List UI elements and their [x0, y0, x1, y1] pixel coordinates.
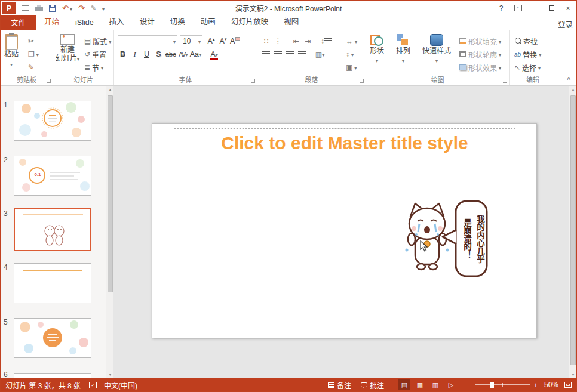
- slide-thumbnail-2[interactable]: 0.1: [14, 156, 91, 196]
- tab-transitions[interactable]: 切换: [162, 13, 193, 30]
- slide-thumbnail-1[interactable]: [14, 101, 91, 141]
- convert-to-smartart-button[interactable]: ▣: [346, 61, 357, 73]
- zoom-slider[interactable]: [475, 384, 530, 385]
- tab-design[interactable]: 设计: [132, 13, 162, 30]
- quick-tool-button[interactable]: ✎: [91, 2, 96, 14]
- quick-styles-button[interactable]: 快速样式: [422, 34, 451, 64]
- font-name-combobox[interactable]: [118, 35, 177, 47]
- slide-sorter-view-button[interactable]: ▦: [414, 379, 426, 390]
- bold-button[interactable]: B: [118, 49, 128, 60]
- editor-scrollbar[interactable]: ▲ ▼: [569, 86, 576, 378]
- strikethrough-button[interactable]: abc: [165, 49, 176, 60]
- bullets-button[interactable]: ∷: [261, 36, 271, 47]
- select-button[interactable]: ↖选择: [514, 61, 541, 73]
- italic-button[interactable]: I: [130, 49, 140, 60]
- reading-view-button[interactable]: ▥: [429, 379, 441, 390]
- decrease-indent-button[interactable]: ⇤: [291, 36, 301, 47]
- scrollbar-thumb[interactable]: [570, 95, 576, 365]
- collapse-ribbon-button[interactable]: ^: [567, 76, 570, 83]
- help-button[interactable]: ?: [493, 1, 510, 16]
- underline-button[interactable]: U: [142, 49, 152, 60]
- shapes-button[interactable]: 形状: [370, 34, 384, 64]
- new-slide-button[interactable]: 新建 幻灯片: [56, 34, 79, 63]
- grow-font-button[interactable]: A: [206, 36, 216, 47]
- tab-slideshow[interactable]: 幻灯片放映: [223, 13, 277, 30]
- normal-view-button[interactable]: ▤: [398, 379, 410, 390]
- character-spacing-button[interactable]: AV: [178, 49, 188, 60]
- powerpoint-app-icon[interactable]: P: [2, 2, 16, 14]
- paragraph-dialog-launcher[interactable]: [360, 79, 364, 83]
- scroll-up-icon[interactable]: ▲: [569, 86, 577, 94]
- zoom-out-button[interactable]: −: [464, 381, 474, 390]
- redo-button[interactable]: ↷: [78, 2, 85, 14]
- font-color-button[interactable]: A: [209, 49, 219, 60]
- copy-button[interactable]: ❐: [28, 48, 39, 60]
- increase-indent-button[interactable]: ⇥: [303, 36, 313, 47]
- columns-button[interactable]: ▥: [315, 49, 325, 60]
- slide-thumbnail-6[interactable]: [14, 373, 91, 378]
- align-left-button[interactable]: [261, 49, 271, 60]
- clipboard-dialog-launcher[interactable]: [47, 79, 51, 83]
- arrange-button[interactable]: 排列: [396, 34, 410, 64]
- tab-home[interactable]: 开始: [36, 13, 67, 30]
- slide-thumbnail-5[interactable]: [14, 318, 91, 358]
- maximize-button[interactable]: [543, 1, 560, 16]
- sticker-image[interactable]: 我的内心几乎 是崩溃的！: [398, 199, 489, 282]
- font-size-combobox[interactable]: 10: [180, 35, 202, 47]
- reset-button[interactable]: ↺重置: [84, 48, 106, 60]
- zoom-slider-thumb[interactable]: [490, 382, 494, 388]
- section-button[interactable]: ≣节: [84, 61, 103, 73]
- change-case-button[interactable]: Aa: [190, 49, 201, 60]
- paste-button[interactable]: 粘贴: [4, 34, 19, 68]
- sign-in-button[interactable]: 登录: [558, 18, 576, 30]
- scroll-down-icon[interactable]: ▼: [569, 371, 577, 378]
- find-button[interactable]: 查找: [514, 35, 538, 47]
- align-text-button[interactable]: ↕: [346, 48, 354, 60]
- numbering-button[interactable]: ⋮: [273, 36, 283, 47]
- shape-outline-button[interactable]: 形状轮廓: [459, 48, 501, 60]
- ribbon-display-options-button[interactable]: ^: [510, 1, 526, 16]
- close-button[interactable]: ×: [560, 1, 576, 16]
- minimize-button[interactable]: [526, 1, 543, 16]
- slide-editor-area[interactable]: Click to edit Master title style: [113, 86, 569, 378]
- align-right-button[interactable]: [285, 49, 295, 60]
- format-painter-button[interactable]: ✎: [28, 61, 34, 73]
- title-placeholder[interactable]: Click to edit Master title style: [174, 128, 515, 158]
- cut-button[interactable]: ✂: [28, 35, 34, 47]
- slide-thumbnail-3-selected[interactable]: [14, 208, 91, 251]
- align-center-button[interactable]: [273, 49, 283, 60]
- line-spacing-button[interactable]: ↕: [321, 36, 332, 47]
- tab-file[interactable]: 文件: [1, 15, 36, 30]
- tab-islide[interactable]: iSlide: [67, 16, 102, 30]
- spell-check-icon[interactable]: ✓: [89, 382, 97, 388]
- fit-slide-to-window-button[interactable]: [564, 382, 572, 388]
- slideshow-view-button[interactable]: ▷: [445, 379, 457, 390]
- start-from-beginning-button[interactable]: [22, 2, 29, 14]
- ribbon-display-icon: ^: [514, 5, 522, 11]
- drawing-dialog-launcher[interactable]: [503, 79, 507, 83]
- slide-canvas[interactable]: Click to edit Master title style: [152, 123, 537, 338]
- clear-formatting-button[interactable]: A: [230, 36, 240, 47]
- scrollbar-thumb[interactable]: [108, 95, 113, 292]
- notes-button[interactable]: 备注: [328, 380, 351, 390]
- shrink-font-button[interactable]: A: [218, 36, 228, 47]
- slide-thumbnail-4[interactable]: [14, 263, 91, 303]
- comments-button[interactable]: 批注: [361, 380, 384, 390]
- shape-effects-button[interactable]: 形状效果: [459, 61, 501, 73]
- replace-button[interactable]: ab替换: [514, 48, 541, 60]
- tab-animations[interactable]: 动画: [193, 13, 223, 30]
- customize-quick-access-button[interactable]: [102, 2, 105, 14]
- shape-fill-button[interactable]: 形状填充: [459, 35, 501, 47]
- justify-button[interactable]: [297, 49, 307, 60]
- zoom-level[interactable]: 50%: [544, 381, 558, 389]
- slide-counter[interactable]: 幻灯片 第 3 张，共 8 张: [5, 380, 81, 390]
- text-direction-button[interactable]: ↔: [346, 35, 357, 47]
- tab-view[interactable]: 视图: [276, 13, 306, 30]
- text-shadow-button[interactable]: S: [154, 49, 164, 60]
- tab-insert[interactable]: 插入: [102, 13, 132, 30]
- zoom-in-button[interactable]: +: [531, 381, 541, 390]
- language-indicator[interactable]: 中文(中国): [104, 380, 137, 390]
- font-dialog-launcher[interactable]: [251, 79, 255, 83]
- layout-button[interactable]: ▤版式: [84, 35, 111, 47]
- thumbnail-scrollbar[interactable]: ▲ ▼: [106, 86, 113, 378]
